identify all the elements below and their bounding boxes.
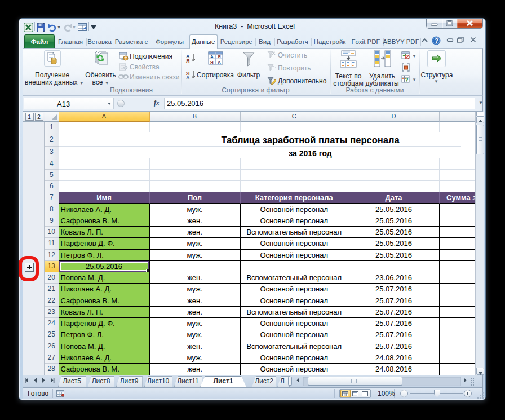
svg-text:А: А	[218, 60, 221, 65]
svg-text:А: А	[210, 54, 214, 59]
svg-text:?: ?	[435, 37, 438, 44]
svg-text:Я: Я	[218, 54, 221, 59]
svg-text:Я: Я	[210, 60, 214, 65]
svg-text:?: ?	[405, 77, 409, 83]
